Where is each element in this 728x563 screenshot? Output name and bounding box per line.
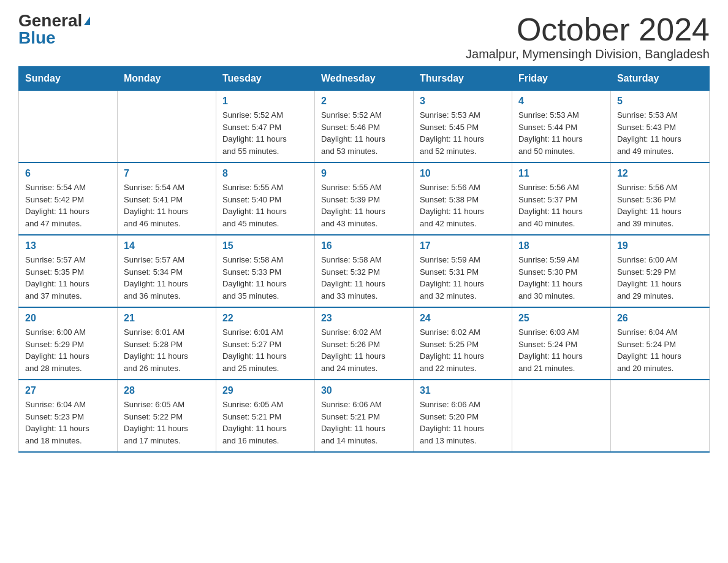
day-number: 18 (518, 240, 604, 251)
day-info: Sunrise: 5:53 AM Sunset: 5:43 PM Dayligh… (617, 109, 703, 157)
logo: General Blue (18, 12, 90, 47)
day-info: Sunrise: 5:55 AM Sunset: 5:39 PM Dayligh… (321, 182, 407, 229)
day-number: 17 (420, 240, 506, 251)
day-number: 14 (124, 240, 210, 251)
day-number: 7 (124, 168, 210, 179)
calendar-cell: 26Sunrise: 6:04 AM Sunset: 5:24 PM Dayli… (610, 307, 709, 380)
day-info: Sunrise: 6:02 AM Sunset: 5:25 PM Dayligh… (420, 326, 506, 374)
day-info: Sunrise: 5:52 AM Sunset: 5:47 PM Dayligh… (222, 109, 308, 157)
calendar-cell: 1Sunrise: 5:52 AM Sunset: 5:47 PM Daylig… (216, 91, 314, 163)
calendar-header-saturday: Saturday (610, 67, 709, 91)
day-info: Sunrise: 5:53 AM Sunset: 5:44 PM Dayligh… (518, 109, 604, 157)
day-info: Sunrise: 5:59 AM Sunset: 5:30 PM Dayligh… (518, 254, 604, 302)
calendar-cell: 24Sunrise: 6:02 AM Sunset: 5:25 PM Dayli… (413, 307, 512, 380)
day-number: 1 (222, 96, 308, 107)
day-info: Sunrise: 5:56 AM Sunset: 5:38 PM Dayligh… (420, 182, 506, 229)
day-info: Sunrise: 5:58 AM Sunset: 5:32 PM Dayligh… (321, 254, 407, 302)
calendar-cell: 21Sunrise: 6:01 AM Sunset: 5:28 PM Dayli… (117, 307, 216, 380)
title-section: October 2024 Jamalpur, Mymensingh Divisi… (466, 12, 710, 61)
day-number: 20 (25, 313, 111, 324)
day-info: Sunrise: 5:57 AM Sunset: 5:35 PM Dayligh… (25, 254, 111, 302)
day-info: Sunrise: 6:00 AM Sunset: 5:29 PM Dayligh… (25, 326, 111, 374)
day-number: 6 (25, 168, 111, 179)
calendar-week-4: 20Sunrise: 6:00 AM Sunset: 5:29 PM Dayli… (19, 307, 710, 380)
day-info: Sunrise: 5:56 AM Sunset: 5:37 PM Dayligh… (518, 182, 604, 229)
day-number: 15 (222, 240, 308, 251)
calendar-cell: 22Sunrise: 6:01 AM Sunset: 5:27 PM Dayli… (216, 307, 314, 380)
day-info: Sunrise: 5:55 AM Sunset: 5:40 PM Dayligh… (222, 182, 308, 229)
day-number: 9 (321, 168, 407, 179)
day-number: 26 (617, 313, 703, 324)
calendar-week-1: 1Sunrise: 5:52 AM Sunset: 5:47 PM Daylig… (19, 91, 710, 163)
calendar-header-row: SundayMondayTuesdayWednesdayThursdayFrid… (19, 67, 710, 91)
day-info: Sunrise: 5:59 AM Sunset: 5:31 PM Dayligh… (420, 254, 506, 302)
calendar-cell: 18Sunrise: 5:59 AM Sunset: 5:30 PM Dayli… (512, 235, 610, 307)
day-number: 25 (518, 313, 604, 324)
calendar-cell: 23Sunrise: 6:02 AM Sunset: 5:26 PM Dayli… (314, 307, 413, 380)
day-info: Sunrise: 6:04 AM Sunset: 5:24 PM Dayligh… (617, 326, 703, 374)
day-number: 22 (222, 313, 308, 324)
calendar-week-5: 27Sunrise: 6:04 AM Sunset: 5:23 PM Dayli… (19, 380, 710, 452)
day-number: 29 (222, 385, 308, 396)
day-number: 10 (420, 168, 506, 179)
calendar-cell: 14Sunrise: 5:57 AM Sunset: 5:34 PM Dayli… (117, 235, 216, 307)
day-info: Sunrise: 5:53 AM Sunset: 5:45 PM Dayligh… (420, 109, 506, 157)
calendar-cell: 10Sunrise: 5:56 AM Sunset: 5:38 PM Dayli… (413, 163, 512, 235)
calendar-week-2: 6Sunrise: 5:54 AM Sunset: 5:42 PM Daylig… (19, 163, 710, 235)
calendar-cell: 2Sunrise: 5:52 AM Sunset: 5:46 PM Daylig… (314, 91, 413, 163)
month-title: October 2024 (466, 12, 710, 47)
day-info: Sunrise: 6:05 AM Sunset: 5:22 PM Dayligh… (124, 399, 210, 446)
calendar-header-friday: Friday (512, 67, 610, 91)
day-number: 16 (321, 240, 407, 251)
calendar-cell: 16Sunrise: 5:58 AM Sunset: 5:32 PM Dayli… (314, 235, 413, 307)
page-header: General Blue October 2024 Jamalpur, Myme… (18, 12, 710, 61)
day-info: Sunrise: 6:01 AM Sunset: 5:28 PM Dayligh… (124, 326, 210, 374)
day-number: 24 (420, 313, 506, 324)
day-number: 12 (617, 168, 703, 179)
day-info: Sunrise: 6:05 AM Sunset: 5:21 PM Dayligh… (222, 399, 308, 446)
day-number: 2 (321, 96, 407, 107)
calendar-cell (19, 91, 118, 163)
day-info: Sunrise: 6:03 AM Sunset: 5:24 PM Dayligh… (518, 326, 604, 374)
day-number: 11 (518, 168, 604, 179)
location-title: Jamalpur, Mymensingh Division, Banglades… (466, 47, 710, 61)
day-info: Sunrise: 6:02 AM Sunset: 5:26 PM Dayligh… (321, 326, 407, 374)
logo-triangle-icon (84, 17, 90, 25)
day-number: 5 (617, 96, 703, 107)
calendar-week-3: 13Sunrise: 5:57 AM Sunset: 5:35 PM Dayli… (19, 235, 710, 307)
calendar-cell: 9Sunrise: 5:55 AM Sunset: 5:39 PM Daylig… (314, 163, 413, 235)
calendar-cell: 19Sunrise: 6:00 AM Sunset: 5:29 PM Dayli… (610, 235, 709, 307)
calendar-cell: 15Sunrise: 5:58 AM Sunset: 5:33 PM Dayli… (216, 235, 314, 307)
day-number: 3 (420, 96, 506, 107)
calendar-cell: 17Sunrise: 5:59 AM Sunset: 5:31 PM Dayli… (413, 235, 512, 307)
calendar-cell: 5Sunrise: 5:53 AM Sunset: 5:43 PM Daylig… (610, 91, 709, 163)
day-number: 4 (518, 96, 604, 107)
day-info: Sunrise: 6:06 AM Sunset: 5:20 PM Dayligh… (420, 399, 506, 446)
calendar-cell: 13Sunrise: 5:57 AM Sunset: 5:35 PM Dayli… (19, 235, 118, 307)
calendar-cell: 12Sunrise: 5:56 AM Sunset: 5:36 PM Dayli… (610, 163, 709, 235)
day-info: Sunrise: 6:01 AM Sunset: 5:27 PM Dayligh… (222, 326, 308, 374)
day-info: Sunrise: 5:54 AM Sunset: 5:42 PM Dayligh… (25, 182, 111, 229)
calendar-cell: 8Sunrise: 5:55 AM Sunset: 5:40 PM Daylig… (216, 163, 314, 235)
day-number: 31 (420, 385, 506, 396)
calendar-cell: 4Sunrise: 5:53 AM Sunset: 5:44 PM Daylig… (512, 91, 610, 163)
day-info: Sunrise: 6:06 AM Sunset: 5:21 PM Dayligh… (321, 399, 407, 446)
day-number: 23 (321, 313, 407, 324)
calendar-cell: 7Sunrise: 5:54 AM Sunset: 5:41 PM Daylig… (117, 163, 216, 235)
calendar-cell: 11Sunrise: 5:56 AM Sunset: 5:37 PM Dayli… (512, 163, 610, 235)
day-number: 19 (617, 240, 703, 251)
calendar-table: SundayMondayTuesdayWednesdayThursdayFrid… (18, 66, 710, 453)
calendar-cell: 29Sunrise: 6:05 AM Sunset: 5:21 PM Dayli… (216, 380, 314, 452)
day-number: 28 (124, 385, 210, 396)
calendar-cell: 28Sunrise: 6:05 AM Sunset: 5:22 PM Dayli… (117, 380, 216, 452)
calendar-cell: 3Sunrise: 5:53 AM Sunset: 5:45 PM Daylig… (413, 91, 512, 163)
calendar-cell (512, 380, 610, 452)
calendar-cell: 20Sunrise: 6:00 AM Sunset: 5:29 PM Dayli… (19, 307, 118, 380)
day-info: Sunrise: 5:52 AM Sunset: 5:46 PM Dayligh… (321, 109, 407, 157)
day-info: Sunrise: 5:54 AM Sunset: 5:41 PM Dayligh… (124, 182, 210, 229)
calendar-header-sunday: Sunday (19, 67, 118, 91)
calendar-header-monday: Monday (117, 67, 216, 91)
calendar-cell: 6Sunrise: 5:54 AM Sunset: 5:42 PM Daylig… (19, 163, 118, 235)
calendar-header-wednesday: Wednesday (314, 67, 413, 91)
day-info: Sunrise: 5:57 AM Sunset: 5:34 PM Dayligh… (124, 254, 210, 302)
